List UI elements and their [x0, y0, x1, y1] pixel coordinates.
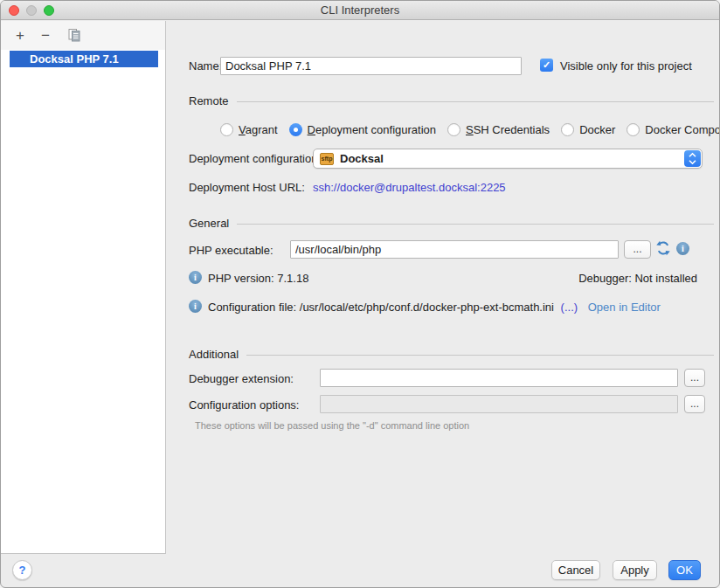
additional-section-header: Additional [189, 347, 714, 361]
apply-button[interactable]: Apply [613, 560, 657, 580]
remote-type-radio-group: Vagrant Deployment configuration SSH Cre… [220, 121, 720, 137]
remote-section-header: Remote [189, 93, 714, 107]
cancel-button[interactable]: Cancel [551, 560, 600, 580]
combo-stepper[interactable] [684, 150, 701, 167]
deployment-configuration-select[interactable]: sftp Docksal [313, 149, 703, 169]
deployment-host-url-label: Deployment Host URL: [189, 181, 305, 194]
question-mark-icon: ? [19, 564, 26, 577]
open-in-editor-link[interactable]: Open in Editor [588, 301, 661, 314]
section-divider [237, 101, 714, 102]
debugger-extension-browse-button[interactable]: ... [684, 369, 705, 387]
visible-only-label: Visible only for this project [560, 59, 692, 73]
configuration-file-text: Configuration file: /usr/local/etc/php/c… [208, 301, 554, 314]
radio-docker-compose[interactable]: Docker Compose [627, 123, 720, 136]
configuration-options-hint: These options will be passed using the "… [195, 420, 469, 431]
radio-icon [561, 123, 574, 136]
titlebar: CLI Interpreters [1, 1, 719, 20]
check-icon: ✓ [543, 59, 550, 71]
php-info-button[interactable]: i [676, 242, 689, 255]
configuration-file-ellipsis-link[interactable]: (...) [561, 301, 578, 314]
sidebar-item-docksal-php[interactable]: Docksal PHP 7.1 [10, 51, 158, 67]
remove-interpreter-button[interactable]: − [38, 28, 53, 44]
radio-icon [447, 123, 460, 136]
configuration-options-label: Configuration options: [189, 398, 299, 412]
configuration-options-input [320, 395, 678, 413]
sftp-server-icon: sftp [320, 153, 334, 165]
cli-interpreters-dialog: CLI Interpreters + − [0, 0, 720, 588]
radio-deployment-configuration[interactable]: Deployment configuration [289, 123, 436, 136]
name-label: Name: [189, 59, 222, 73]
configuration-file-info-icon: i [189, 300, 202, 313]
plus-icon: + [16, 27, 24, 44]
deployment-configuration-label: Deployment configuration: [189, 152, 321, 165]
chevron-up-icon [688, 152, 697, 158]
general-section-header: General [189, 216, 714, 230]
remote-section-title: Remote [189, 94, 229, 107]
php-version-text: PHP version: 7.1.18 [208, 272, 308, 285]
section-divider [237, 224, 714, 225]
sidebar-toolbar: + − [1, 21, 165, 50]
php-version-info-icon: i [189, 271, 202, 284]
duplicate-interpreter-button[interactable] [66, 28, 82, 44]
ok-button[interactable]: OK [668, 560, 701, 580]
radio-selected-icon [289, 123, 302, 136]
info-icon: i [194, 273, 197, 282]
name-input[interactable] [220, 57, 522, 75]
radio-ssh-credentials[interactable]: SSH Credentials [447, 123, 550, 136]
visible-only-checkbox[interactable]: ✓ [540, 59, 553, 72]
radio-docker[interactable]: Docker [561, 123, 615, 136]
info-icon: i [194, 301, 197, 311]
radio-icon [627, 123, 640, 136]
additional-section-title: Additional [189, 348, 239, 361]
php-executable-label: PHP executable: [189, 244, 273, 257]
configuration-options-browse-button[interactable]: ... [684, 395, 705, 413]
settings-panel: Name: ✓ Visible only for this project Re… [166, 20, 720, 554]
general-section-title: General [189, 217, 229, 230]
minus-icon: − [41, 27, 50, 44]
interpreters-sidebar: + − Docksal PHP 7.1 [1, 21, 166, 554]
section-divider [246, 355, 714, 356]
debugger-status-text: Debugger: Not installed [578, 272, 697, 285]
window-title: CLI Interpreters [1, 1, 719, 20]
help-button[interactable]: ? [12, 560, 32, 580]
info-icon: i [682, 244, 684, 253]
configuration-file-row: Configuration file: /usr/local/etc/php/c… [208, 301, 661, 314]
radio-vagrant[interactable]: Vagrant [220, 123, 278, 136]
chevron-down-icon [688, 159, 697, 165]
copy-icon [67, 29, 81, 45]
refresh-icon [655, 246, 671, 259]
add-interpreter-button[interactable]: + [12, 28, 28, 44]
php-executable-input[interactable] [290, 240, 619, 259]
debugger-extension-input[interactable] [320, 369, 678, 387]
deployment-host-url-value: ssh://docker@drupaltest.docksal:2225 [313, 181, 506, 194]
php-executable-browse-button[interactable]: ... [624, 240, 651, 259]
reload-phpinfo-button[interactable] [655, 240, 671, 259]
radio-icon [220, 123, 233, 136]
deployment-configuration-value: Docksal [340, 152, 384, 165]
debugger-extension-label: Debugger extension: [189, 372, 294, 385]
